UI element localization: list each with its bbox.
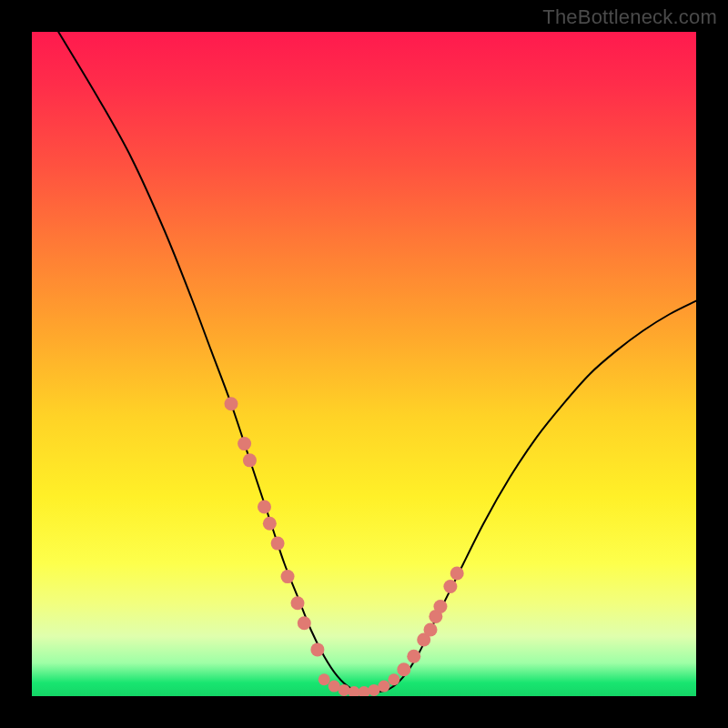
data-marker bbox=[443, 580, 457, 593]
data-marker bbox=[238, 437, 251, 450]
data-marker bbox=[263, 517, 277, 531]
data-marker bbox=[433, 600, 447, 613]
data-marker bbox=[378, 681, 389, 693]
marker-cluster-bottom bbox=[318, 673, 400, 696]
data-marker bbox=[407, 650, 420, 663]
data-marker bbox=[339, 684, 350, 696]
data-marker bbox=[450, 566, 464, 580]
bottleneck-curve-chart bbox=[32, 32, 696, 696]
data-marker bbox=[388, 673, 399, 685]
data-marker bbox=[243, 453, 257, 467]
data-marker bbox=[271, 537, 285, 551]
marker-cluster-right bbox=[397, 566, 463, 676]
chart-frame: TheBottleneck.com bbox=[0, 0, 728, 728]
marker-cluster-left bbox=[225, 397, 325, 656]
data-marker bbox=[397, 662, 410, 676]
watermark-text: TheBottleneck.com bbox=[542, 5, 717, 29]
data-marker bbox=[291, 596, 305, 610]
data-marker bbox=[258, 500, 271, 513]
data-marker bbox=[298, 616, 311, 630]
data-marker bbox=[310, 642, 324, 656]
curve-line bbox=[58, 32, 696, 693]
data-marker bbox=[424, 623, 438, 637]
data-marker bbox=[318, 673, 330, 685]
data-marker bbox=[225, 397, 238, 410]
data-marker bbox=[281, 570, 295, 583]
